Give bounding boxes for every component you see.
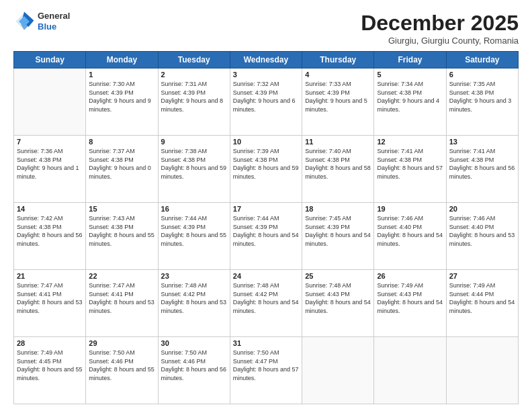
table-row: 24Sunrise: 7:48 AM Sunset: 4:42 PM Dayli… [230,270,302,337]
month-title: December 2025 [361,11,519,36]
title-block: December 2025 Giurgiu, Giurgiu County, R… [361,11,519,46]
table-row: 13Sunrise: 7:41 AM Sunset: 4:38 PM Dayli… [446,136,518,203]
page: General Blue December 2025 Giurgiu, Giur… [0,0,532,411]
day-number: 4 [305,71,371,79]
day-number: 2 [161,71,227,79]
day-number: 31 [233,339,299,347]
day-number: 22 [89,272,154,280]
cell-info: Sunrise: 7:41 AM Sunset: 4:38 PM Dayligh… [377,147,443,181]
cell-info: Sunrise: 7:42 AM Sunset: 4:38 PM Dayligh… [17,214,83,248]
table-row: 29Sunrise: 7:50 AM Sunset: 4:46 PM Dayli… [86,337,158,404]
table-row: 21Sunrise: 7:47 AM Sunset: 4:41 PM Dayli… [14,270,86,337]
day-number: 5 [377,71,443,79]
cell-info: Sunrise: 7:49 AM Sunset: 4:45 PM Dayligh… [17,349,83,382]
table-row [14,68,86,136]
cell-info: Sunrise: 7:43 AM Sunset: 4:38 PM Dayligh… [89,214,154,248]
day-number: 24 [233,272,299,280]
table-row: 4Sunrise: 7:33 AM Sunset: 4:39 PM Daylig… [302,68,374,136]
day-number: 28 [17,339,83,347]
table-row: 12Sunrise: 7:41 AM Sunset: 4:38 PM Dayli… [374,136,446,203]
table-row: 11Sunrise: 7:40 AM Sunset: 4:38 PM Dayli… [302,136,374,203]
cell-info: Sunrise: 7:31 AM Sunset: 4:39 PM Dayligh… [161,80,227,113]
location: Giurgiu, Giurgiu County, Romania [361,36,519,46]
cell-info: Sunrise: 7:44 AM Sunset: 4:39 PM Dayligh… [233,214,299,248]
table-row [374,337,446,404]
table-row: 8Sunrise: 7:37 AM Sunset: 4:38 PM Daylig… [86,136,158,203]
table-row: 7Sunrise: 7:36 AM Sunset: 4:38 PM Daylig… [14,136,86,203]
calendar-week-row: 1Sunrise: 7:30 AM Sunset: 4:39 PM Daylig… [14,68,519,136]
day-number: 1 [89,71,154,79]
day-number: 29 [89,339,154,347]
table-row: 3Sunrise: 7:32 AM Sunset: 4:39 PM Daylig… [230,68,302,136]
day-number: 23 [161,272,227,280]
table-row: 18Sunrise: 7:45 AM Sunset: 4:39 PM Dayli… [302,203,374,270]
table-row: 25Sunrise: 7:48 AM Sunset: 4:43 PM Dayli… [302,270,374,337]
cell-info: Sunrise: 7:49 AM Sunset: 4:44 PM Dayligh… [449,281,515,315]
table-row: 9Sunrise: 7:38 AM Sunset: 4:38 PM Daylig… [158,136,230,203]
cell-info: Sunrise: 7:44 AM Sunset: 4:39 PM Dayligh… [161,214,227,248]
cell-info: Sunrise: 7:48 AM Sunset: 4:43 PM Dayligh… [305,281,371,315]
calendar-table: Sunday Monday Tuesday Wednesday Thursday… [13,51,519,404]
calendar-week-row: 28Sunrise: 7:49 AM Sunset: 4:45 PM Dayli… [14,337,519,404]
day-number: 9 [161,138,227,146]
header-wednesday: Wednesday [230,52,302,68]
day-number: 10 [233,138,299,146]
header: General Blue December 2025 Giurgiu, Giur… [13,11,519,46]
cell-info: Sunrise: 7:47 AM Sunset: 4:41 PM Dayligh… [17,281,83,315]
header-sunday: Sunday [14,52,86,68]
header-friday: Friday [374,52,446,68]
table-row: 27Sunrise: 7:49 AM Sunset: 4:44 PM Dayli… [446,270,518,337]
header-thursday: Thursday [302,52,374,68]
calendar-week-row: 14Sunrise: 7:42 AM Sunset: 4:38 PM Dayli… [14,203,519,270]
cell-info: Sunrise: 7:45 AM Sunset: 4:39 PM Dayligh… [305,214,371,248]
cell-info: Sunrise: 7:34 AM Sunset: 4:38 PM Dayligh… [377,80,443,113]
cell-info: Sunrise: 7:50 AM Sunset: 4:46 PM Dayligh… [161,349,227,382]
calendar-week-row: 21Sunrise: 7:47 AM Sunset: 4:41 PM Dayli… [14,270,519,337]
day-number: 13 [449,138,515,146]
weekday-header-row: Sunday Monday Tuesday Wednesday Thursday… [14,52,519,68]
header-tuesday: Tuesday [158,52,230,68]
logo-icon [13,11,35,32]
day-number: 18 [305,205,371,213]
cell-info: Sunrise: 7:33 AM Sunset: 4:39 PM Dayligh… [305,80,371,113]
table-row: 15Sunrise: 7:43 AM Sunset: 4:38 PM Dayli… [86,203,158,270]
day-number: 21 [17,272,83,280]
cell-info: Sunrise: 7:36 AM Sunset: 4:38 PM Dayligh… [17,147,83,181]
table-row: 30Sunrise: 7:50 AM Sunset: 4:46 PM Dayli… [158,337,230,404]
cell-info: Sunrise: 7:48 AM Sunset: 4:42 PM Dayligh… [161,281,227,315]
table-row: 22Sunrise: 7:47 AM Sunset: 4:41 PM Dayli… [86,270,158,337]
table-row: 17Sunrise: 7:44 AM Sunset: 4:39 PM Dayli… [230,203,302,270]
table-row: 10Sunrise: 7:39 AM Sunset: 4:38 PM Dayli… [230,136,302,203]
day-number: 30 [161,339,227,347]
cell-info: Sunrise: 7:50 AM Sunset: 4:47 PM Dayligh… [233,349,299,382]
calendar-week-row: 7Sunrise: 7:36 AM Sunset: 4:38 PM Daylig… [14,136,519,203]
day-number: 12 [377,138,443,146]
table-row [446,337,518,404]
day-number: 16 [161,205,227,213]
cell-info: Sunrise: 7:38 AM Sunset: 4:38 PM Dayligh… [161,147,227,181]
logo-general: General [38,11,70,21]
table-row [302,337,374,404]
table-row: 16Sunrise: 7:44 AM Sunset: 4:39 PM Dayli… [158,203,230,270]
day-number: 27 [449,272,515,280]
cell-info: Sunrise: 7:49 AM Sunset: 4:43 PM Dayligh… [377,281,443,315]
cell-info: Sunrise: 7:37 AM Sunset: 4:38 PM Dayligh… [89,147,154,181]
day-number: 11 [305,138,371,146]
table-row: 5Sunrise: 7:34 AM Sunset: 4:38 PM Daylig… [374,68,446,136]
day-number: 25 [305,272,371,280]
cell-info: Sunrise: 7:50 AM Sunset: 4:46 PM Dayligh… [89,349,154,382]
table-row: 28Sunrise: 7:49 AM Sunset: 4:45 PM Dayli… [14,337,86,404]
day-number: 26 [377,272,443,280]
table-row: 26Sunrise: 7:49 AM Sunset: 4:43 PM Dayli… [374,270,446,337]
table-row: 23Sunrise: 7:48 AM Sunset: 4:42 PM Dayli… [158,270,230,337]
table-row: 31Sunrise: 7:50 AM Sunset: 4:47 PM Dayli… [230,337,302,404]
table-row: 14Sunrise: 7:42 AM Sunset: 4:38 PM Dayli… [14,203,86,270]
table-row: 20Sunrise: 7:46 AM Sunset: 4:40 PM Dayli… [446,203,518,270]
table-row: 6Sunrise: 7:35 AM Sunset: 4:38 PM Daylig… [446,68,518,136]
header-monday: Monday [86,52,158,68]
table-row: 1Sunrise: 7:30 AM Sunset: 4:39 PM Daylig… [86,68,158,136]
cell-info: Sunrise: 7:39 AM Sunset: 4:38 PM Dayligh… [233,147,299,181]
cell-info: Sunrise: 7:32 AM Sunset: 4:39 PM Dayligh… [233,80,299,113]
day-number: 20 [449,205,515,213]
cell-info: Sunrise: 7:48 AM Sunset: 4:42 PM Dayligh… [233,281,299,315]
